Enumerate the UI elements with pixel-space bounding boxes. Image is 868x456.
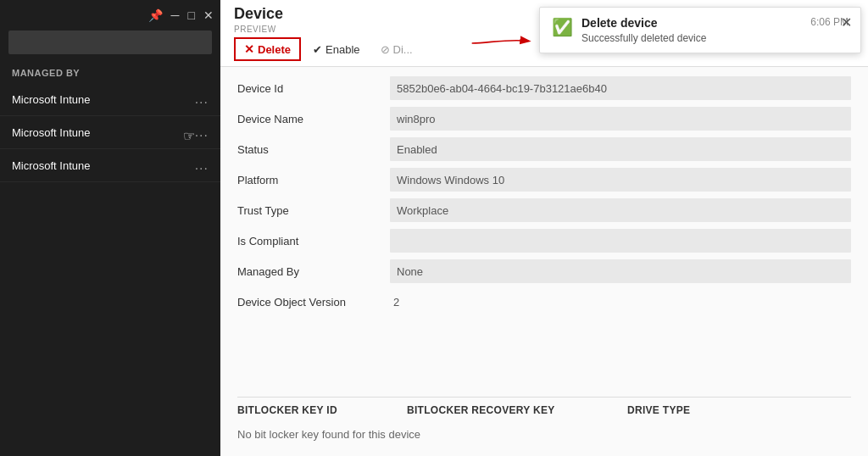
- bitlocker-header: BITLOCKER KEY ID BITLOCKER RECOVERY KEY …: [237, 397, 851, 421]
- field-platform: Platform: [237, 167, 851, 192]
- sidebar-item-menu-1[interactable]: ...: [195, 92, 209, 107]
- field-is-compliant: Is Compliant: [237, 228, 851, 253]
- value-managed-by[interactable]: [390, 259, 851, 283]
- delete-label: Delete: [258, 43, 291, 56]
- disable-button[interactable]: ⊘ Di...: [372, 40, 421, 59]
- sidebar-item-1[interactable]: Microsoft Intune ...: [0, 83, 220, 116]
- bitlocker-empty-message: No bit locker key found for this device: [237, 421, 851, 448]
- bitlocker-col-drive-type: DRIVE TYPE: [627, 404, 851, 416]
- field-status: Status: [237, 136, 851, 162]
- enable-label: Enable: [326, 43, 359, 56]
- main-content: Device PREVIEW ─ □ ✕ ✕ Delete ✔ Enable ⊘…: [220, 0, 868, 456]
- sidebar-item-menu-3[interactable]: ...: [195, 158, 209, 173]
- disable-label: Di...: [393, 43, 413, 56]
- value-device-id[interactable]: [390, 76, 851, 100]
- toast-notification: ✅ Delete device Successfully deleted dev…: [539, 7, 861, 53]
- field-device-name: Device Name: [237, 106, 851, 131]
- label-status: Status: [237, 143, 390, 156]
- sidebar-item-3[interactable]: Microsoft Intune ...: [0, 149, 220, 182]
- device-title: Device: [234, 5, 283, 25]
- sidebar-item-menu-2[interactable]: ...: [195, 125, 209, 140]
- toast-title: Delete device: [581, 16, 795, 30]
- device-title-block: Device PREVIEW: [234, 5, 283, 34]
- value-device-name[interactable]: [390, 107, 851, 131]
- label-device-id: Device Id: [237, 82, 390, 95]
- field-managed-by: Managed By: [237, 259, 851, 284]
- sidebar-item-2[interactable]: Microsoft Intune ☞ ...: [0, 116, 220, 149]
- value-is-compliant[interactable]: [390, 229, 851, 253]
- disable-icon: ⊘: [381, 43, 390, 56]
- label-device-object-version: Device Object Version: [237, 296, 390, 309]
- toast-message: Successfully deleted device: [581, 32, 795, 44]
- managed-by-label: MANAGED BY: [0, 61, 220, 83]
- enable-button[interactable]: ✔ Enable: [304, 40, 368, 59]
- maximize-icon[interactable]: □: [188, 8, 195, 22]
- toast-close-button[interactable]: ✕: [841, 14, 852, 31]
- minimize-icon[interactable]: ─: [171, 8, 180, 22]
- value-status[interactable]: [390, 137, 851, 161]
- delete-button[interactable]: ✕ Delete: [234, 37, 301, 61]
- label-managed-by: Managed By: [237, 265, 390, 278]
- label-trust-type: Trust Type: [237, 204, 390, 217]
- toast-body: Delete device Successfully deleted devic…: [581, 16, 795, 44]
- device-preview-label: PREVIEW: [234, 25, 283, 34]
- bitlocker-col-key-id: BITLOCKER KEY ID: [237, 404, 407, 416]
- bitlocker-section: BITLOCKER KEY ID BITLOCKER RECOVERY KEY …: [220, 397, 868, 456]
- bitlocker-col-recovery-key: BITLOCKER RECOVERY KEY: [407, 404, 627, 416]
- field-trust-type: Trust Type: [237, 197, 851, 223]
- label-platform: Platform: [237, 174, 390, 186]
- enable-icon: ✔: [313, 43, 322, 56]
- sidebar-item-label-3: Microsoft Intune: [12, 159, 195, 172]
- form-body: Device Id Device Name Status Platform Tr…: [220, 67, 868, 397]
- delete-icon: ✕: [244, 42, 254, 56]
- toast-success-icon: ✅: [552, 17, 573, 37]
- value-trust-type[interactable]: [390, 198, 851, 222]
- sidebar-top-bar: 📌 ─ □ ✕: [0, 7, 220, 27]
- label-is-compliant: Is Compliant: [237, 235, 390, 247]
- label-device-name: Device Name: [237, 113, 390, 125]
- field-device-id: Device Id: [237, 75, 851, 101]
- value-platform[interactable]: [390, 168, 851, 192]
- sidebar: 📌 ─ □ ✕ MANAGED BY Microsoft Intune ... …: [0, 0, 220, 456]
- sidebar-search[interactable]: [8, 31, 212, 54]
- close-icon[interactable]: ✕: [203, 8, 214, 22]
- field-device-object-version: Device Object Version: [237, 289, 851, 314]
- sidebar-item-label-2: Microsoft Intune: [12, 126, 195, 139]
- sidebar-item-label-1: Microsoft Intune: [12, 93, 195, 106]
- pin-icon[interactable]: 📌: [148, 8, 163, 22]
- value-device-object-version[interactable]: [390, 290, 424, 314]
